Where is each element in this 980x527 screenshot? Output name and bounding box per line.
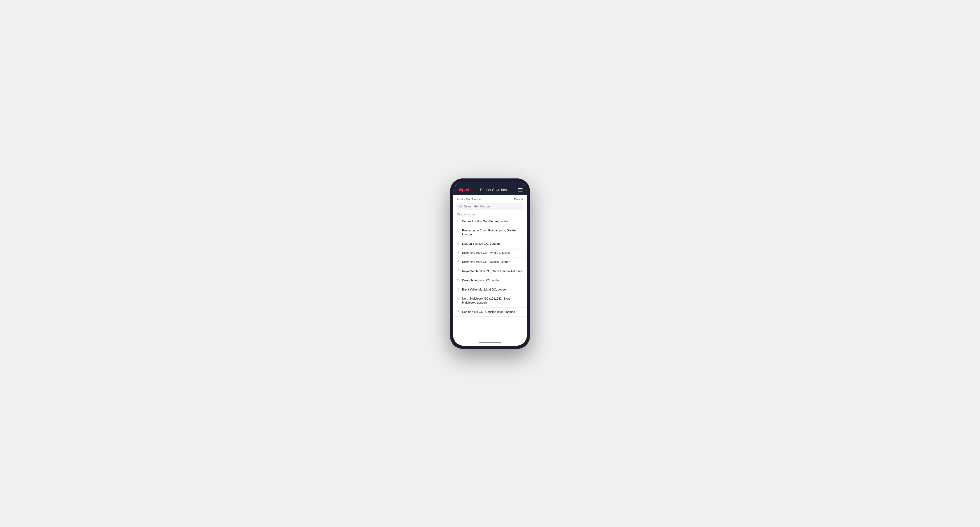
app-header: clippd Recent Searches [453,185,527,195]
location-pin-icon [457,229,460,232]
course-name: London Scottish GC, London [462,242,500,246]
location-pin-icon [457,220,460,223]
svg-point-9 [458,289,458,289]
course-name: Richmond Park GC - Duke's, London [462,260,510,264]
list-item[interactable]: Richmond Park GC - Duke's, London [453,257,527,267]
phone-device: clippd Recent Searches Find a Golf Cours… [450,178,530,349]
svg-point-2 [458,221,458,221]
cancel-button[interactable]: Cancel [514,198,523,201]
list-item[interactable]: Royal Wimbledon GC, Great London Authori… [453,267,527,276]
svg-point-6 [458,261,458,262]
list-item[interactable]: Richmond Park GC - Prince's, Surrey [453,248,527,257]
list-item[interactable]: Brent Valley Municipal GC, London [453,285,527,294]
course-name: Richmond Park GC - Prince's, Surrey [462,251,511,255]
location-pin-icon [457,279,460,282]
search-input-wrapper [457,203,523,210]
course-name: Royal Wimbledon GC, Great London Authori… [462,269,522,273]
location-pin-icon [457,251,460,255]
location-pin-icon [457,288,460,291]
status-bar [453,182,527,185]
location-pin-icon [457,242,460,246]
phone-screen: clippd Recent Searches Find a Golf Cours… [453,182,527,346]
search-input[interactable] [464,205,521,208]
svg-line-1 [461,207,462,208]
home-indicator [453,340,527,346]
svg-point-3 [458,230,458,230]
list-item[interactable]: Central London Golf Centre, London [453,217,527,226]
content-area: Find a Golf Course Cancel Nearby courses [453,195,527,346]
nearby-courses-label: Nearby courses [453,212,527,217]
list-item[interactable]: London Scottish GC, London [453,240,527,248]
location-pin-icon [457,270,460,273]
location-pin-icon [457,297,460,300]
app-logo: clippd [458,187,469,192]
app-header-title: Recent Searches [480,188,507,192]
course-name: Roehampton Club - Roehampton, Greater Lo… [462,229,523,237]
svg-point-8 [458,279,458,280]
svg-point-5 [458,252,458,252]
list-item[interactable]: Coombe Hill GC, Kingston upon Thames [453,308,527,317]
course-name: Coombe Hill GC, Kingston upon Thames [462,310,515,314]
home-bar [479,342,501,343]
course-name: Central London Golf Centre, London [462,219,509,224]
svg-point-10 [458,298,458,298]
search-icon [459,205,462,208]
svg-point-4 [458,243,458,243]
courses-list: Central London Golf Centre, London Roeha… [453,217,527,340]
find-header-row: Find a Golf Course Cancel [453,195,527,203]
hamburger-menu-icon[interactable] [518,188,522,192]
find-label: Find a Golf Course [457,198,482,201]
svg-point-11 [458,311,458,311]
course-name: North Middlesex GC (1011942 - North Midd… [462,297,523,305]
search-container [453,203,527,212]
list-item[interactable]: North Middlesex GC (1011942 - North Midd… [453,294,527,308]
course-name: Brent Valley Municipal GC, London [462,287,508,292]
location-pin-icon [457,310,460,314]
svg-point-7 [458,270,458,271]
course-name: Dukes Meadows GC, London [462,278,500,282]
list-item[interactable]: Dukes Meadows GC, London [453,276,527,285]
list-item[interactable]: Roehampton Club - Roehampton, Greater Lo… [453,226,527,240]
location-pin-icon [457,260,460,264]
